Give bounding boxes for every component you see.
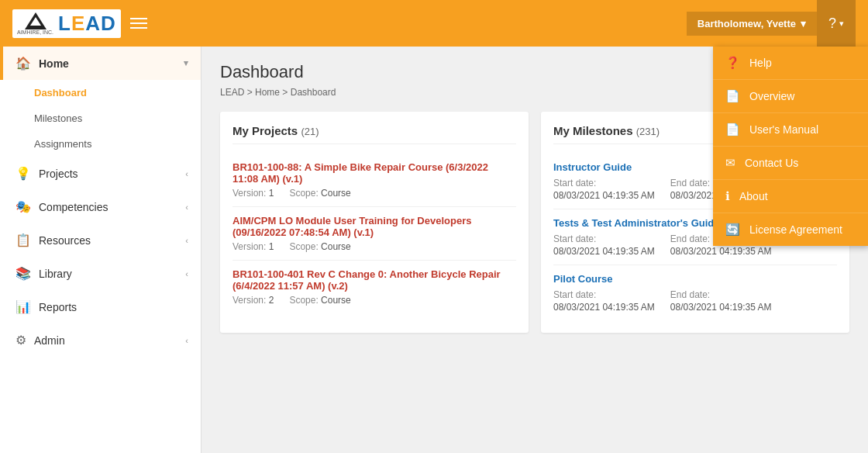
sidebar-item-dashboard[interactable]: Dashboard	[0, 80, 201, 105]
project-link-1[interactable]: AIM/CPM LO Module User Training for Deve…	[232, 215, 516, 238]
logo-text: LEAD	[58, 13, 116, 33]
project-meta-1: Version: 1 Scope: Course	[232, 241, 516, 252]
sidebar-item-milestones[interactable]: Milestones	[0, 105, 201, 131]
contact-icon: ✉	[725, 156, 735, 170]
milestone-start-0: Start date: 08/03/2021 04:19:35 AM	[553, 178, 655, 201]
menu-label-overview: Overview	[749, 90, 794, 102]
help-icon: ❓	[725, 56, 740, 70]
sidebar-label-competencies: Competencies	[39, 201, 177, 213]
help-dropdown-menu: ❓ Help 📄 Overview 📄 User's Manual ✉ Cont…	[713, 47, 868, 246]
my-milestones-count: (231)	[636, 126, 660, 137]
logo-subtext: AIMHIRE, INC.	[17, 29, 53, 35]
menu-item-users-manual[interactable]: 📄 User's Manual	[713, 113, 868, 147]
overview-icon: 📄	[725, 89, 740, 103]
sidebar-item-admin[interactable]: ⚙ Admin ‹	[0, 323, 201, 357]
reports-icon: 📊	[16, 299, 31, 314]
menu-item-about[interactable]: ℹ About	[713, 180, 868, 213]
menu-item-help[interactable]: ❓ Help	[713, 47, 868, 80]
menu-item-license[interactable]: 🔄 License Agreement	[713, 213, 868, 246]
projects-chevron-icon: ‹	[185, 169, 188, 178]
my-projects-count: (21)	[301, 126, 319, 137]
resources-icon: 📋	[16, 233, 31, 247]
help-chevron-icon: ▾	[839, 19, 844, 29]
project-meta-2: Version: 2 Scope: Course	[232, 295, 516, 306]
home-icon: 🏠	[16, 56, 31, 71]
help-menu-button[interactable]: ? ▾	[817, 0, 856, 47]
my-projects-card: My Projects (21) BR101-100-88: A Simple …	[220, 112, 529, 333]
sidebar-item-reports[interactable]: 📊 Reports	[0, 290, 201, 323]
header-right: Bartholomew, Yvette ▾ ? ▾	[687, 0, 856, 47]
competencies-chevron-icon: ‹	[185, 202, 188, 212]
competencies-icon: 🎭	[16, 199, 31, 214]
header: AIMHIRE, INC. LEAD Bartholomew, Yvette ▾…	[0, 0, 868, 47]
project-item: BR101-100-401 Rev C Change 0: Another Bi…	[232, 261, 516, 313]
sidebar-label-projects: Projects	[39, 168, 177, 180]
milestone-title-2[interactable]: Pilot Course	[553, 273, 837, 285]
sidebar-label-library: Library	[39, 268, 177, 280]
menu-label-users-manual: User's Manual	[749, 123, 818, 136]
help-circle-icon: ?	[828, 16, 836, 32]
menu-label-about: About	[739, 190, 768, 202]
project-item: BR101-100-88: A Simple Bike Repair Cours…	[232, 154, 516, 207]
milestone-start-2: Start date: 08/03/2021 04:19:35 AM	[553, 289, 655, 313]
project-item: AIM/CPM LO Module User Training for Deve…	[232, 207, 516, 261]
menu-item-overview[interactable]: 📄 Overview	[713, 80, 868, 113]
library-icon: 📚	[16, 266, 31, 281]
admin-chevron-icon: ‹	[185, 336, 188, 345]
sidebar: 🏠 Home ▾ Dashboard Milestones Assignment…	[0, 47, 202, 453]
header-left: AIMHIRE, INC. LEAD	[12, 9, 147, 38]
manual-icon: 📄	[725, 123, 740, 137]
user-chevron-icon: ▾	[801, 18, 806, 29]
menu-label-contact-us: Contact Us	[745, 157, 798, 169]
milestone-item: Pilot Course Start date: 08/03/2021 04:1…	[553, 265, 837, 320]
milestone-end-2: End date: 08/03/2021 04:19:35 AM	[670, 289, 772, 313]
sidebar-label-home: Home	[39, 57, 176, 70]
my-projects-title: My Projects (21)	[232, 124, 516, 144]
hamburger-button[interactable]	[130, 18, 147, 29]
menu-label-license: License Agreement	[749, 223, 842, 236]
resources-chevron-icon: ‹	[185, 236, 188, 245]
sidebar-item-competencies[interactable]: 🎭 Competencies ‹	[0, 190, 201, 223]
sidebar-item-home[interactable]: 🏠 Home ▾	[0, 47, 201, 80]
sidebar-item-library[interactable]: 📚 Library ‹	[0, 257, 201, 290]
sidebar-item-projects[interactable]: 💡 Projects ‹	[0, 157, 201, 190]
sidebar-label-resources: Resources	[39, 234, 177, 247]
home-chevron-icon: ▾	[184, 58, 188, 68]
admin-icon: ⚙	[16, 333, 26, 348]
milestone-start-1: Start date: 08/03/2021 04:19:35 AM	[553, 233, 655, 257]
projects-icon: 💡	[16, 166, 31, 181]
sidebar-label-reports: Reports	[39, 301, 188, 313]
sidebar-item-assignments[interactable]: Assignments	[0, 131, 201, 157]
sidebar-label-admin: Admin	[34, 334, 177, 347]
library-chevron-icon: ‹	[185, 269, 188, 278]
logo: AIMHIRE, INC. LEAD	[12, 9, 121, 38]
about-icon: ℹ	[725, 189, 730, 203]
project-link-0[interactable]: BR101-100-88: A Simple Bike Repair Cours…	[232, 161, 516, 185]
milestone-dates-2: Start date: 08/03/2021 04:19:35 AM End d…	[553, 289, 837, 313]
user-name: Bartholomew, Yvette	[698, 18, 796, 29]
project-meta-0: Version: 1 Scope: Course	[232, 188, 516, 199]
home-submenu: Dashboard Milestones Assignments	[0, 80, 201, 157]
menu-item-contact-us[interactable]: ✉ Contact Us	[713, 147, 868, 180]
sidebar-item-resources[interactable]: 📋 Resources ‹	[0, 223, 201, 257]
logo-triangle-icon	[25, 12, 46, 29]
menu-label-help: Help	[749, 57, 772, 69]
license-icon: 🔄	[725, 223, 740, 237]
user-menu-button[interactable]: Bartholomew, Yvette ▾	[687, 12, 817, 36]
project-link-2[interactable]: BR101-100-401 Rev C Change 0: Another Bi…	[232, 268, 516, 292]
